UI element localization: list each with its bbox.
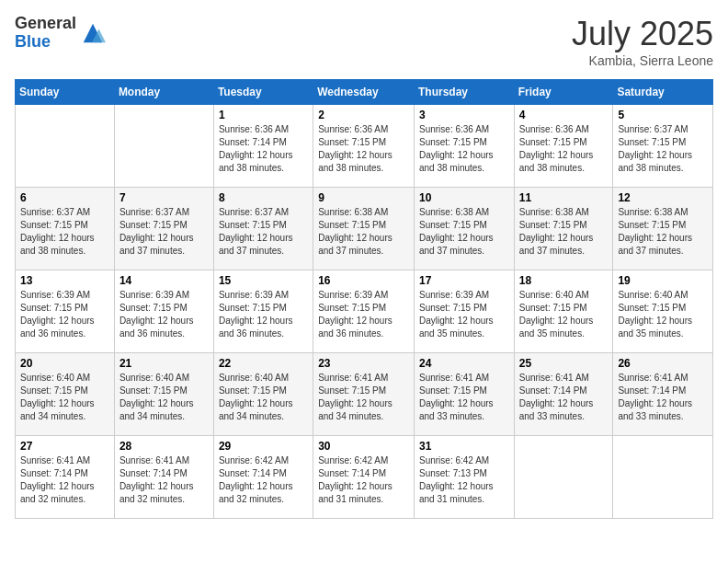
day-info: Sunrise: 6:37 AMSunset: 7:15 PMDaylight:… (219, 206, 308, 258)
day-info: Sunrise: 6:36 AMSunset: 7:15 PMDaylight:… (318, 123, 409, 175)
calendar-cell: 27Sunrise: 6:41 AMSunset: 7:14 PMDayligh… (16, 436, 115, 519)
calendar-cell: 30Sunrise: 6:42 AMSunset: 7:14 PMDayligh… (313, 436, 415, 519)
page-header: General Blue July 2025 Kambia, Sierra Le… (15, 15, 713, 68)
day-number: 2 (318, 109, 409, 121)
day-info: Sunrise: 6:42 AMSunset: 7:14 PMDaylight:… (219, 454, 308, 506)
day-number: 14 (119, 274, 209, 287)
logo-blue-text: Blue (15, 33, 76, 52)
day-info: Sunrise: 6:42 AMSunset: 7:13 PMDaylight:… (419, 454, 509, 506)
day-number: 18 (519, 274, 609, 287)
day-info: Sunrise: 6:38 AMSunset: 7:15 PMDaylight:… (318, 206, 409, 258)
day-number: 21 (119, 357, 209, 370)
day-info: Sunrise: 6:41 AMSunset: 7:14 PMDaylight:… (618, 372, 708, 423)
location-subtitle: Kambia, Sierra Leone (572, 53, 713, 68)
calendar-cell: 4Sunrise: 6:36 AMSunset: 7:15 PMDaylight… (514, 105, 613, 188)
calendar-cell: 10Sunrise: 6:38 AMSunset: 7:15 PMDayligh… (414, 188, 514, 270)
day-number: 24 (419, 357, 509, 370)
calendar-week-1: 1Sunrise: 6:36 AMSunset: 7:14 PMDaylight… (16, 105, 713, 188)
day-number: 25 (519, 357, 609, 370)
day-info: Sunrise: 6:40 AMSunset: 7:15 PMDaylight:… (20, 372, 109, 423)
calendar-cell: 19Sunrise: 6:40 AMSunset: 7:15 PMDayligh… (613, 270, 713, 353)
day-number: 19 (618, 274, 708, 287)
calendar-week-5: 27Sunrise: 6:41 AMSunset: 7:14 PMDayligh… (16, 436, 713, 519)
day-info: Sunrise: 6:42 AMSunset: 7:14 PMDaylight:… (318, 454, 409, 506)
day-number: 3 (419, 109, 509, 121)
calendar-cell: 17Sunrise: 6:39 AMSunset: 7:15 PMDayligh… (414, 270, 514, 353)
day-number: 6 (20, 191, 109, 204)
calendar-cell: 6Sunrise: 6:37 AMSunset: 7:15 PMDaylight… (16, 188, 115, 270)
day-number: 4 (519, 109, 609, 121)
title-block: July 2025 Kambia, Sierra Leone (572, 15, 713, 68)
day-info: Sunrise: 6:39 AMSunset: 7:15 PMDaylight:… (119, 289, 209, 340)
col-wednesday: Wednesday (313, 80, 415, 105)
day-info: Sunrise: 6:40 AMSunset: 7:15 PMDaylight:… (618, 289, 708, 340)
day-info: Sunrise: 6:38 AMSunset: 7:15 PMDaylight:… (618, 206, 708, 258)
calendar-cell: 21Sunrise: 6:40 AMSunset: 7:15 PMDayligh… (114, 353, 213, 436)
calendar-cell (514, 436, 613, 519)
day-info: Sunrise: 6:39 AMSunset: 7:15 PMDaylight:… (318, 289, 409, 340)
calendar-cell: 26Sunrise: 6:41 AMSunset: 7:14 PMDayligh… (613, 353, 713, 436)
calendar-cell: 18Sunrise: 6:40 AMSunset: 7:15 PMDayligh… (514, 270, 613, 353)
logo: General Blue (15, 15, 106, 52)
calendar-cell: 12Sunrise: 6:38 AMSunset: 7:15 PMDayligh… (613, 188, 713, 270)
day-number: 27 (20, 440, 109, 453)
day-number: 7 (119, 191, 209, 204)
day-number: 29 (219, 440, 308, 453)
day-info: Sunrise: 6:41 AMSunset: 7:14 PMDaylight:… (119, 454, 209, 506)
day-info: Sunrise: 6:38 AMSunset: 7:15 PMDaylight:… (519, 206, 609, 258)
day-number: 12 (618, 191, 708, 204)
calendar-cell (16, 105, 115, 188)
calendar-cell: 2Sunrise: 6:36 AMSunset: 7:15 PMDaylight… (313, 105, 415, 188)
calendar-cell: 13Sunrise: 6:39 AMSunset: 7:15 PMDayligh… (16, 270, 115, 353)
calendar-cell: 3Sunrise: 6:36 AMSunset: 7:15 PMDaylight… (414, 105, 514, 188)
day-number: 20 (20, 357, 109, 370)
day-number: 11 (519, 191, 609, 204)
day-number: 30 (318, 440, 409, 453)
logo-icon (80, 20, 106, 46)
calendar-cell: 5Sunrise: 6:37 AMSunset: 7:15 PMDaylight… (613, 105, 713, 188)
col-saturday: Saturday (613, 80, 713, 105)
calendar-cell: 14Sunrise: 6:39 AMSunset: 7:15 PMDayligh… (114, 270, 213, 353)
day-info: Sunrise: 6:38 AMSunset: 7:15 PMDaylight:… (419, 206, 509, 258)
day-number: 17 (419, 274, 509, 287)
col-tuesday: Tuesday (213, 80, 313, 105)
day-info: Sunrise: 6:37 AMSunset: 7:15 PMDaylight:… (119, 206, 209, 258)
calendar-cell: 28Sunrise: 6:41 AMSunset: 7:14 PMDayligh… (114, 436, 213, 519)
day-info: Sunrise: 6:40 AMSunset: 7:15 PMDaylight:… (119, 372, 209, 423)
calendar-cell: 15Sunrise: 6:39 AMSunset: 7:15 PMDayligh… (213, 270, 313, 353)
logo-general-text: General (15, 15, 76, 33)
col-monday: Monday (114, 80, 213, 105)
calendar-cell: 24Sunrise: 6:41 AMSunset: 7:15 PMDayligh… (414, 353, 514, 436)
day-info: Sunrise: 6:36 AMSunset: 7:15 PMDaylight:… (419, 123, 509, 175)
calendar-cell (613, 436, 713, 519)
calendar-table: Sunday Monday Tuesday Wednesday Thursday… (15, 79, 713, 519)
calendar-cell: 22Sunrise: 6:40 AMSunset: 7:15 PMDayligh… (213, 353, 313, 436)
day-number: 5 (618, 109, 708, 121)
day-number: 16 (318, 274, 409, 287)
calendar-week-2: 6Sunrise: 6:37 AMSunset: 7:15 PMDaylight… (16, 188, 713, 270)
calendar-cell: 31Sunrise: 6:42 AMSunset: 7:13 PMDayligh… (414, 436, 514, 519)
day-number: 28 (119, 440, 209, 453)
calendar-header-row: Sunday Monday Tuesday Wednesday Thursday… (16, 80, 713, 105)
calendar-week-3: 13Sunrise: 6:39 AMSunset: 7:15 PMDayligh… (16, 270, 713, 353)
col-sunday: Sunday (16, 80, 115, 105)
calendar-cell: 29Sunrise: 6:42 AMSunset: 7:14 PMDayligh… (213, 436, 313, 519)
day-number: 1 (219, 109, 308, 121)
calendar-cell (114, 105, 213, 188)
day-number: 10 (419, 191, 509, 204)
day-info: Sunrise: 6:40 AMSunset: 7:15 PMDaylight:… (519, 289, 609, 340)
day-number: 15 (219, 274, 308, 287)
col-friday: Friday (514, 80, 613, 105)
day-info: Sunrise: 6:39 AMSunset: 7:15 PMDaylight:… (219, 289, 308, 340)
day-info: Sunrise: 6:37 AMSunset: 7:15 PMDaylight:… (618, 123, 708, 175)
day-info: Sunrise: 6:36 AMSunset: 7:15 PMDaylight:… (519, 123, 609, 175)
day-number: 26 (618, 357, 708, 370)
day-info: Sunrise: 6:39 AMSunset: 7:15 PMDaylight:… (419, 289, 509, 340)
day-info: Sunrise: 6:41 AMSunset: 7:15 PMDaylight:… (318, 372, 409, 423)
calendar-cell: 8Sunrise: 6:37 AMSunset: 7:15 PMDaylight… (213, 188, 313, 270)
calendar-cell: 7Sunrise: 6:37 AMSunset: 7:15 PMDaylight… (114, 188, 213, 270)
day-number: 9 (318, 191, 409, 204)
day-number: 23 (318, 357, 409, 370)
day-number: 13 (20, 274, 109, 287)
calendar-cell: 9Sunrise: 6:38 AMSunset: 7:15 PMDaylight… (313, 188, 415, 270)
